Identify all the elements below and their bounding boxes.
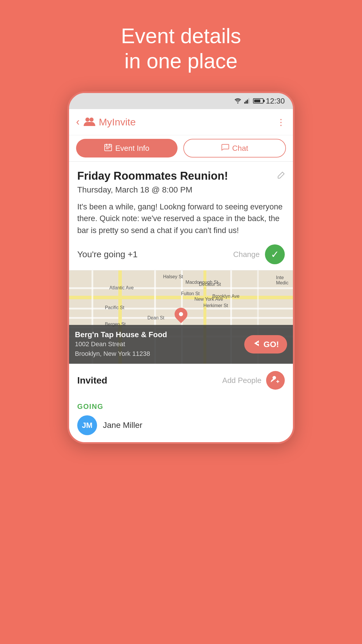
map-section[interactable]: Atlantic Ave Fulton St Pacific St Dean S…	[69, 270, 293, 364]
person-avatar: JM	[77, 415, 97, 435]
change-button[interactable]: Change	[233, 250, 260, 259]
svg-point-6	[89, 118, 94, 122]
checkmark-icon: ✓	[271, 249, 279, 260]
map-label-dean: Dean St	[147, 315, 164, 321]
svg-rect-3	[247, 100, 248, 104]
tab-bar: Event Info Chat	[69, 135, 293, 162]
map-label-brooklyn: Brooklyn Ave	[212, 294, 240, 299]
event-header: Friday Roommates Reunion! Thursday, Marc…	[69, 162, 293, 271]
avatar-initials: JM	[82, 421, 92, 430]
status-time: 12:30	[266, 97, 285, 106]
hero-line1: Event details	[121, 24, 241, 48]
location-address: 1002 Dean Streat Brooklyn, New York 1123…	[75, 339, 167, 358]
svg-rect-2	[246, 101, 247, 104]
go-label: GO!	[263, 340, 279, 349]
app-name: MyInvite	[99, 116, 136, 128]
svg-rect-1	[244, 102, 245, 104]
going-section: GOING JM Jane Miller	[69, 402, 293, 442]
event-title: Friday Roommates Reunion!	[77, 170, 277, 182]
add-people-text: Add People	[222, 376, 261, 385]
add-people-button[interactable]	[266, 371, 285, 390]
signal-icon	[244, 98, 251, 104]
svg-rect-9	[106, 144, 107, 146]
svg-rect-4	[248, 98, 249, 104]
tab-chat[interactable]: Chat	[183, 139, 286, 158]
map-label-herkimer: Herkimer St	[203, 303, 228, 308]
more-button[interactable]: ⋮	[277, 117, 286, 127]
hero-section: Event details in one place	[121, 23, 241, 74]
svg-rect-12	[106, 148, 109, 149]
invited-header: Invited Add People	[77, 371, 285, 390]
phone-frame: 12:30 ‹ MyInvite ⋮	[67, 91, 295, 444]
rsvp-status: You're going +1	[77, 249, 138, 259]
edit-icon[interactable]	[277, 172, 285, 181]
add-people-row: Add People	[222, 371, 285, 390]
event-description: It's been a while, gang! Lookng forward …	[77, 201, 285, 237]
svg-rect-10	[109, 144, 110, 146]
location-info: Berg'n Tap House & Food 1002 Dean Streat…	[75, 330, 167, 358]
map-label-medic: InteMedic	[276, 275, 289, 286]
map-label-fulton: Fulton St	[181, 291, 200, 296]
event-info-label: Event Info	[115, 144, 149, 153]
event-date: Thursday, March 18 @ 8:00 PM	[77, 185, 285, 195]
rsvp-row: You're going +1 Change ✓	[77, 244, 285, 264]
location-name: Berg'n Tap House & Food	[75, 330, 167, 339]
event-info-icon	[104, 143, 112, 153]
map-label-halsey: Halsey St	[163, 274, 183, 279]
rsvp-right: Change ✓	[233, 244, 285, 264]
hero-line2: in one place	[124, 49, 238, 73]
go-button[interactable]: GO!	[244, 335, 287, 354]
location-address2: Brooklyn, New York 11238	[75, 350, 150, 357]
going-label: GOING	[77, 402, 285, 411]
app-logo: MyInvite	[83, 116, 277, 128]
event-title-row: Friday Roommates Reunion!	[77, 170, 285, 182]
svg-point-0	[237, 102, 238, 104]
status-bar: 12:30	[69, 93, 293, 109]
map-label-pacific: Pacific St	[105, 305, 124, 310]
app-bar: ‹ MyInvite ⋮	[69, 109, 293, 135]
add-person-icon	[270, 374, 280, 386]
go-icon	[252, 339, 261, 349]
content-area: Friday Roommates Reunion! Thursday, Marc…	[69, 162, 293, 442]
status-icons: 12:30	[234, 97, 285, 106]
svg-point-5	[85, 118, 89, 122]
invited-section: Invited Add People	[69, 364, 293, 402]
person-row: JM Jane Miller	[77, 415, 285, 435]
app-logo-icon	[83, 116, 96, 128]
tab-event-info[interactable]: Event Info	[76, 139, 178, 158]
map-overlay: Berg'n Tap House & Food 1002 Dean Streat…	[69, 325, 293, 364]
battery-icon	[253, 98, 263, 104]
svg-rect-11	[106, 147, 110, 148]
rsvp-checkmark[interactable]: ✓	[265, 244, 285, 264]
location-address1: 1002 Dean Streat	[75, 340, 125, 348]
chat-icon	[221, 143, 229, 153]
map-label-atlantic: Atlantic Ave	[109, 285, 133, 290]
person-name: Jane Miller	[103, 421, 142, 430]
chat-label: Chat	[232, 144, 248, 153]
invited-title: Invited	[77, 375, 107, 386]
map-label-decatur: Decatur St	[199, 282, 221, 287]
back-button[interactable]: ‹	[76, 116, 80, 128]
wifi-icon	[234, 98, 242, 104]
